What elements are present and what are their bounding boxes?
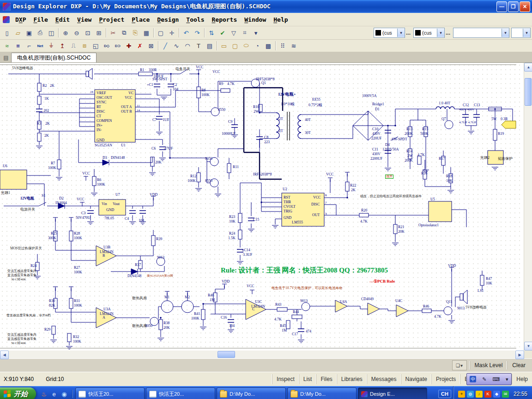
quicklaunch-media-icon[interactable]: ◉ <box>60 390 68 398</box>
toolbar-print-preview[interactable]: ◫ <box>46 28 57 38</box>
menu-view[interactable]: View <box>73 15 95 24</box>
color-combo-1[interactable]: (cus ▾ <box>374 28 405 38</box>
start-button[interactable]: 开始 <box>0 387 36 399</box>
scroll-left-icon[interactable]: ◀ <box>0 351 9 359</box>
toolbar-place-net-label[interactable]: Net <box>35 41 46 51</box>
menu-dxp[interactable]: DXP <box>12 15 30 24</box>
toolbar-grid-settings[interactable]: ⌗ <box>239 28 250 38</box>
color-combo-1-dropdown-icon[interactable]: ▾ <box>397 29 405 37</box>
quicklaunch-flame-icon[interactable]: ♨ <box>40 390 48 398</box>
toolbar-validate[interactable]: ✔ <box>217 28 228 38</box>
color-more-button-2[interactable]: ... <box>446 30 450 36</box>
taskbar-task-4[interactable]: D:\My Do... <box>287 387 357 399</box>
language-bar-icon-1[interactable]: 中 <box>470 376 476 382</box>
panel-button-files[interactable]: Files <box>316 374 336 384</box>
tray-icon-4[interactable]: K <box>484 391 491 398</box>
toolbar-zoom-area[interactable]: ⊡ <box>82 28 93 38</box>
toolbar-draw-line[interactable]: ╱ <box>160 41 171 51</box>
language-bar-icon-3[interactable]: ⌨ <box>492 376 500 382</box>
toolbar-draw-graphic[interactable]: ▩ <box>263 41 274 51</box>
menu-help[interactable]: Help <box>270 15 291 24</box>
panel-button-list[interactable]: List <box>299 374 316 384</box>
tray-icon-5[interactable]: ◆ <box>493 391 500 398</box>
panel-button-projects[interactable]: Projects <box>431 374 460 384</box>
toolbar-draw-ellipse[interactable]: ⬭ <box>241 41 252 51</box>
menu-tools[interactable]: Tools <box>182 15 208 24</box>
language-bar[interactable]: 中✎⌨▾ <box>466 373 512 385</box>
toolbar-align-tools[interactable]: ≋ <box>288 41 299 51</box>
toolbar-draw-rectangle[interactable]: ▭ <box>218 41 230 51</box>
toolbar-place-bus[interactable]: ≡ <box>12 41 24 51</box>
toolbar-new-document[interactable]: ▯ <box>1 28 12 38</box>
toolbar-draw-pie[interactable]: ◔ <box>252 41 263 51</box>
panel-button-messages[interactable]: Messages <box>367 374 401 384</box>
toolbar-navigate-updown[interactable]: ⇅ <box>206 28 217 38</box>
toolbar-draw-bezier[interactable]: ∿ <box>171 41 182 51</box>
toolbar-place-harness[interactable]: D⊃ <box>112 41 123 51</box>
toolbar-place-sheet-symbol[interactable]: ⧈ <box>79 41 90 51</box>
color-combo-2[interactable]: (cus ▾ <box>413 28 445 38</box>
scroll-down-icon[interactable]: ▼ <box>524 342 532 351</box>
panel-button-libraries[interactable]: Libraries <box>337 374 367 384</box>
scale-combo[interactable]: ▾ <box>511 28 531 38</box>
color-more-button-1[interactable]: ... <box>406 30 411 36</box>
toolbar-save[interactable]: ▣ <box>24 28 35 38</box>
toolbar-place-device-sheet[interactable]: D◇ <box>101 41 112 51</box>
vertical-scrollbar[interactable]: ▲ ▼ <box>524 63 532 351</box>
menu-edit[interactable]: Edit <box>52 15 73 24</box>
toolbar-undo[interactable]: ↶ <box>181 28 192 38</box>
toolbar-open-document[interactable]: ▱ <box>12 28 24 38</box>
toolbar-print[interactable]: ⎙ <box>35 28 46 38</box>
horizontal-scroll-thumb[interactable] <box>218 351 235 358</box>
toolbar-redo[interactable]: ↷ <box>192 28 203 38</box>
panel-button-inspect[interactable]: Inspect <box>272 374 299 384</box>
mask-grid-button[interactable]: ❏▾ <box>452 360 467 370</box>
toolbar-place-junction[interactable]: ✚ <box>123 41 134 51</box>
toolbar-select-area[interactable]: ▢ <box>155 28 166 38</box>
quicklaunch-ie-icon[interactable]: e <box>50 390 58 398</box>
toolbar-paste[interactable]: ⎘ <box>130 28 141 38</box>
toolbar-filter[interactable]: ▽ <box>228 28 239 38</box>
horizontal-scroll-track[interactable] <box>9 351 515 358</box>
toolbar-draw-text-string[interactable]: T <box>193 41 204 51</box>
schematic-canvas[interactable]: 5V8强蜂鸣器R1330R100UF+C1C2104电鱼开关SW-SPSTVCC… <box>0 63 532 351</box>
taskbar-task-5[interactable]: Design E... <box>358 387 427 399</box>
tray-icon-3[interactable]: ♪ <box>476 391 483 398</box>
toolbar-draw-arc[interactable]: ◠ <box>182 41 193 51</box>
color-combo-2-dropdown-icon[interactable]: ▾ <box>437 29 444 37</box>
tray-icon-2[interactable]: ◍ <box>467 391 474 398</box>
toolbar-place-sheet-entry[interactable]: ◱ <box>90 41 101 51</box>
toolbar-cut[interactable]: ✂ <box>108 28 119 38</box>
toolbar-place-probe[interactable]: ⊠ <box>145 41 157 51</box>
scale-combo-dropdown-icon[interactable]: ▾ <box>523 29 530 37</box>
menu-project[interactable]: Project <box>95 15 128 24</box>
taskbar-task-1[interactable]: 快活王20... <box>75 387 145 399</box>
clear-button[interactable]: Clear <box>507 361 530 369</box>
toolbar-place-bus-entry[interactable]: ⌐ <box>24 41 35 51</box>
language-indicator[interactable]: CH <box>438 390 451 398</box>
language-bar-icon-2[interactable]: ✎ <box>482 376 486 382</box>
vertical-scroll-thumb[interactable] <box>525 78 532 106</box>
scroll-up-icon[interactable]: ▲ <box>524 63 532 72</box>
toolbar-place-power-vcc[interactable]: ↥ <box>57 41 68 51</box>
mask-level-button[interactable]: Mask Level <box>470 361 508 369</box>
toolbar-draw-rounded-rect[interactable]: ▢ <box>230 41 241 51</box>
toolbar-copy[interactable]: ⧉ <box>119 28 130 38</box>
document-icon[interactable]: ▤ <box>2 54 10 62</box>
language-bar-icon-4[interactable]: ▾ <box>506 376 508 382</box>
panel-button-navigate[interactable]: Navigate <box>401 374 431 384</box>
tray-icon-1[interactable]: ✦ <box>458 391 465 398</box>
restore-button[interactable]: ❐ <box>508 1 519 12</box>
vertical-scroll-track[interactable] <box>524 72 532 342</box>
panel-button-help[interactable]: Help <box>512 374 532 384</box>
minimize-button[interactable]: — <box>496 1 507 12</box>
toolbar-draw-text-frame[interactable]: ▤ <box>204 41 215 51</box>
toolbar-grid-dropdown[interactable]: ▾ <box>250 28 261 38</box>
selection-combo-dropdown-icon[interactable]: ▾ <box>502 29 509 37</box>
menu-window[interactable]: Window <box>241 15 270 24</box>
toolbar-place-power-gnd[interactable]: ⏚ <box>46 41 57 51</box>
taskbar-task-3[interactable]: D:\My Do... <box>217 387 286 399</box>
menu-place[interactable]: Place <box>128 15 153 24</box>
toolbar-zoom-all[interactable]: ⊞ <box>93 28 104 38</box>
tray-icon-6[interactable]: ✉ <box>502 391 509 398</box>
